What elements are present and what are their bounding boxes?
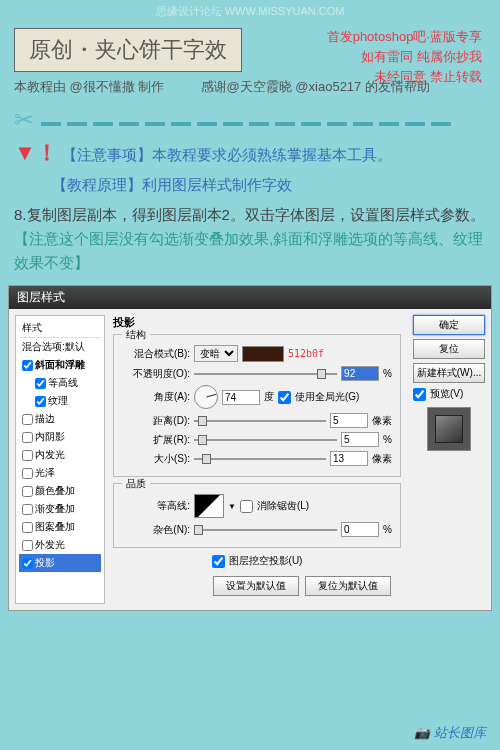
exclaim-icon: ▼！ <box>14 140 58 165</box>
angle-label: 角度(A): <box>122 390 190 404</box>
sidebar-item-6[interactable]: 内发光 <box>19 446 101 464</box>
noise-input[interactable]: 0 <box>341 522 379 537</box>
preview-thumb <box>427 407 471 451</box>
contour-picker[interactable] <box>194 494 224 518</box>
spread-label: 扩展(R): <box>122 433 190 447</box>
sidebar-item-4[interactable]: 描边 <box>19 410 101 428</box>
angle-input[interactable]: 74 <box>222 390 260 405</box>
structure-group: 结构 混合模式(B): 变暗 512b0f 不透明度(O): 92 % 角度(A… <box>113 334 401 477</box>
antialias-checkbox[interactable] <box>240 500 253 513</box>
watermark: 思缘设计论坛 WWW.MISSYUAN.COM <box>156 4 345 19</box>
red-line-2: 如有雷同 纯属你抄我 <box>361 48 482 66</box>
right-column: 确定 复位 新建样式(W)... 预览(V) <box>409 315 485 604</box>
layer-style-dialog: 图层样式 样式 混合选项:默认斜面和浮雕等高线纹理描边内阴影内发光光泽颜色叠加渐… <box>8 285 492 611</box>
make-default-button[interactable]: 设置为默认值 <box>213 576 299 596</box>
sidebar-item-7[interactable]: 光泽 <box>19 464 101 482</box>
opacity-label: 不透明度(O): <box>122 367 190 381</box>
noise-label: 杂色(N): <box>122 523 190 537</box>
distance-input[interactable]: 5 <box>330 413 368 428</box>
step-note: 【注意这个图层没有勾选渐变叠加效果,斜面和浮雕选项的等高线、纹理效果不变】 <box>14 230 483 271</box>
noise-slider[interactable] <box>194 523 337 537</box>
step-text: 8.复制图层副本，得到图层副本2。双击字体图层，设置图层样式参数。 【注意这个图… <box>0 199 500 279</box>
new-style-button[interactable]: 新建样式(W)... <box>413 363 485 383</box>
blend-mode-select[interactable]: 变暗 <box>194 345 238 362</box>
notice-2: 【教程原理】利用图层样式制作字效 <box>0 172 500 199</box>
global-light-checkbox[interactable] <box>278 391 291 404</box>
sidebar-item-2[interactable]: 等高线 <box>19 374 101 392</box>
main-panel: 投影 结构 混合模式(B): 变暗 512b0f 不透明度(O): 92 % 角… <box>105 315 409 604</box>
site-logo: 📷 站长图库 <box>414 724 486 742</box>
hex-value: 512b0f <box>288 348 324 359</box>
sidebar-item-10[interactable]: 图案叠加 <box>19 518 101 536</box>
sidebar-item-1[interactable]: 斜面和浮雕 <box>19 356 101 374</box>
spread-slider[interactable] <box>194 433 337 447</box>
size-slider[interactable] <box>194 452 326 466</box>
quality-group: 品质 等高线: ▼ 消除锯齿(L) 杂色(N): 0 % <box>113 483 401 548</box>
sidebar-item-12[interactable]: 投影 <box>19 554 101 572</box>
divider: ✂ <box>0 106 500 134</box>
size-input[interactable]: 13 <box>330 451 368 466</box>
sidebar-header: 样式 <box>19 319 101 338</box>
sidebar-item-3[interactable]: 纹理 <box>19 392 101 410</box>
author: 本教程由 @很不懂撒 制作 <box>14 79 164 94</box>
preview-checkbox[interactable] <box>413 388 426 401</box>
contour-label: 等高线: <box>122 499 190 513</box>
sidebar-item-8[interactable]: 颜色叠加 <box>19 482 101 500</box>
opacity-input[interactable]: 92 <box>341 366 379 381</box>
red-line-1: 首发photoshop吧·蓝版专享 <box>327 28 482 46</box>
panel-title: 投影 <box>113 315 401 330</box>
knockout-checkbox[interactable] <box>212 555 225 568</box>
blend-label: 混合模式(B): <box>122 347 190 361</box>
red-line-3: 未经同意 禁止转载 <box>374 68 482 86</box>
color-swatch[interactable] <box>242 346 284 362</box>
ok-button[interactable]: 确定 <box>413 315 485 335</box>
reset-default-button[interactable]: 复位为默认值 <box>305 576 391 596</box>
sidebar-item-5[interactable]: 内阴影 <box>19 428 101 446</box>
opacity-slider[interactable] <box>194 367 337 381</box>
sidebar-item-9[interactable]: 渐变叠加 <box>19 500 101 518</box>
spread-input[interactable]: 5 <box>341 432 379 447</box>
distance-slider[interactable] <box>194 414 326 428</box>
title-box: 原创・夹心饼干字效 <box>14 28 242 72</box>
sidebar-item-11[interactable]: 外发光 <box>19 536 101 554</box>
angle-dial[interactable] <box>194 385 218 409</box>
styles-sidebar: 样式 混合选项:默认斜面和浮雕等高线纹理描边内阴影内发光光泽颜色叠加渐变叠加图案… <box>15 315 105 604</box>
cancel-button[interactable]: 复位 <box>413 339 485 359</box>
sidebar-item-0[interactable]: 混合选项:默认 <box>19 338 101 356</box>
dialog-titlebar[interactable]: 图层样式 <box>9 286 491 309</box>
scissors-icon: ✂ <box>14 106 34 133</box>
size-label: 大小(S): <box>122 452 190 466</box>
notice-1: ▼！【注意事项】本教程要求必须熟练掌握基本工具。 <box>0 134 500 172</box>
distance-label: 距离(D): <box>122 414 190 428</box>
